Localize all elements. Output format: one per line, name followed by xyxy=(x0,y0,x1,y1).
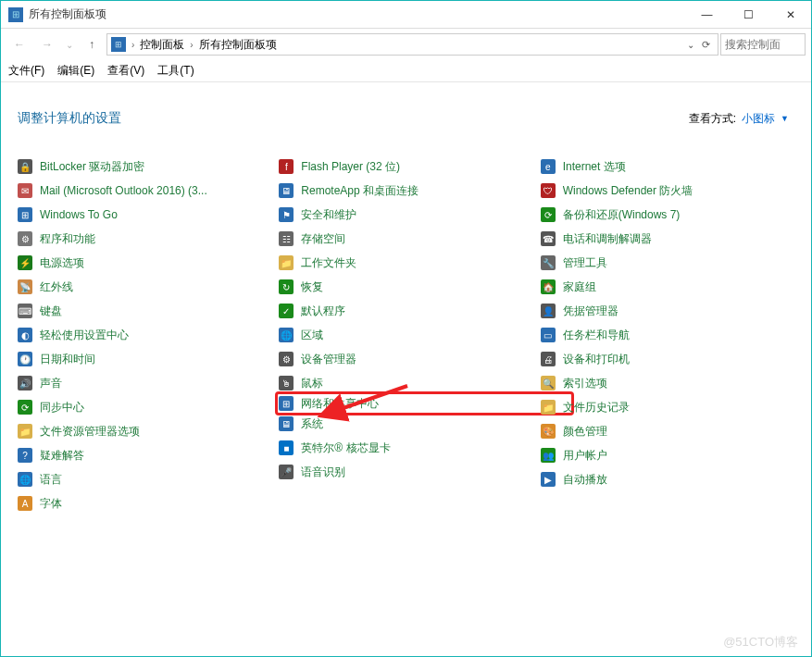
item-label[interactable]: 键盘 xyxy=(40,304,62,319)
item-label[interactable]: 索引选项 xyxy=(563,376,607,391)
item-datetime[interactable]: 🕐日期和时间 xyxy=(18,347,271,371)
item-label[interactable]: 声音 xyxy=(40,376,62,391)
back-button[interactable]: ← xyxy=(6,31,32,57)
item-label[interactable]: 文件历史记录 xyxy=(563,400,630,415)
refresh-button[interactable]: ⟳ xyxy=(702,39,710,51)
item-label[interactable]: 存储空间 xyxy=(301,231,345,247)
item-label[interactable]: 疑难解答 xyxy=(40,448,84,464)
item-label[interactable]: 红外线 xyxy=(40,279,73,295)
item-internet-options[interactable]: eInternet 选项 xyxy=(541,155,794,179)
item-label[interactable]: Flash Player (32 位) xyxy=(301,159,400,175)
item-region[interactable]: 🌐区域 xyxy=(279,323,532,347)
item-storage[interactable]: ☷存储空间 xyxy=(279,227,532,251)
item-label[interactable]: 电源选项 xyxy=(40,255,84,271)
item-taskbar[interactable]: ▭任务栏和导航 xyxy=(541,323,794,347)
menu-tools[interactable]: 工具(T) xyxy=(157,63,194,79)
item-remoteapp[interactable]: 🖥RemoteApp 和桌面连接 xyxy=(279,179,532,203)
item-infrared[interactable]: 📡红外线 xyxy=(18,275,271,299)
item-label[interactable]: 任务栏和导航 xyxy=(563,328,630,343)
item-label[interactable]: BitLocker 驱动器加密 xyxy=(40,159,144,175)
item-power[interactable]: ⚡电源选项 xyxy=(18,251,271,275)
item-label[interactable]: 管理工具 xyxy=(563,255,607,271)
item-label[interactable]: 电话和调制解调器 xyxy=(563,231,652,247)
item-label[interactable]: Windows Defender 防火墙 xyxy=(563,183,693,199)
item-file-history[interactable]: 📁文件历史记录 xyxy=(541,395,794,419)
item-workfolders[interactable]: 📁工作文件夹 xyxy=(279,251,532,275)
item-credential-manager[interactable]: 👤凭据管理器 xyxy=(541,299,794,323)
item-recovery[interactable]: ↻恢复 xyxy=(279,275,532,299)
breadcrumb-dropdown[interactable]: ⌄ xyxy=(687,40,694,50)
item-label[interactable]: 自动播放 xyxy=(563,472,607,488)
item-label[interactable]: 语音识别 xyxy=(301,465,345,480)
item-backup-win7[interactable]: ⟳备份和还原(Windows 7) xyxy=(541,203,794,227)
item-language[interactable]: 🌐语言 xyxy=(18,467,271,491)
forward-button[interactable]: → xyxy=(34,31,60,57)
item-label[interactable]: 安全和维护 xyxy=(301,207,356,223)
item-bitlocker[interactable]: 🔒BitLocker 驱动器加密 xyxy=(18,155,271,179)
item-intel-graphics[interactable]: ■英特尔® 核芯显卡 xyxy=(279,436,532,460)
up-button[interactable]: ↑ xyxy=(79,31,105,57)
item-autoplay[interactable]: ▶自动播放 xyxy=(541,467,794,491)
item-label[interactable]: 日期和时间 xyxy=(40,352,95,367)
item-label[interactable]: 系统 xyxy=(301,416,323,432)
item-label[interactable]: 轻松使用设置中心 xyxy=(40,328,129,343)
chevron-down-icon[interactable]: ▼ xyxy=(781,114,789,123)
item-mail[interactable]: ✉Mail (Microsoft Outlook 2016) (3... xyxy=(18,179,271,203)
item-speech[interactable]: 🎤语音识别 xyxy=(279,460,532,484)
item-devices-printers[interactable]: 🖨设备和打印机 xyxy=(541,347,794,371)
item-label[interactable]: 文件资源管理器选项 xyxy=(40,424,140,440)
search-input[interactable] xyxy=(725,38,781,51)
item-phone-modem[interactable]: ☎电话和调制解调器 xyxy=(541,227,794,251)
item-label[interactable]: 工作文件夹 xyxy=(301,255,356,271)
item-label[interactable]: 凭据管理器 xyxy=(563,304,618,319)
item-label[interactable]: 备份和还原(Windows 7) xyxy=(563,207,681,223)
search-box[interactable] xyxy=(720,33,806,56)
item-label[interactable]: 鼠标 xyxy=(301,376,323,391)
menu-edit[interactable]: 编辑(E) xyxy=(57,63,94,79)
item-color-management[interactable]: 🎨颜色管理 xyxy=(541,419,794,443)
close-button[interactable]: ✕ xyxy=(769,1,811,28)
item-defender-firewall[interactable]: 🛡Windows Defender 防火墙 xyxy=(541,179,794,203)
item-label[interactable]: 程序和功能 xyxy=(40,231,95,247)
item-label[interactable]: 默认程序 xyxy=(301,304,345,319)
item-label[interactable]: 恢复 xyxy=(301,279,323,295)
item-default-programs[interactable]: ✓默认程序 xyxy=(279,299,532,323)
minimize-button[interactable]: — xyxy=(686,1,728,28)
item-label[interactable]: Internet 选项 xyxy=(563,159,626,175)
item-label[interactable]: 设备和打印机 xyxy=(563,352,630,367)
item-label[interactable]: 家庭组 xyxy=(563,279,596,295)
item-ease-of-access[interactable]: ◐轻松使用设置中心 xyxy=(18,323,271,347)
item-user-accounts[interactable]: 👥用户帐户 xyxy=(541,443,794,467)
item-label[interactable]: RemoteApp 和桌面连接 xyxy=(301,183,418,199)
item-windows-to-go[interactable]: ⊞Windows To Go xyxy=(18,203,271,227)
item-admin-tools[interactable]: 🔧管理工具 xyxy=(541,251,794,275)
menu-file[interactable]: 文件(F) xyxy=(8,63,44,79)
item-label[interactable]: 英特尔® 核芯显卡 xyxy=(301,440,390,456)
view-by-value[interactable]: 小图标 xyxy=(742,111,775,127)
item-label[interactable]: Mail (Microsoft Outlook 2016) (3... xyxy=(40,184,207,197)
item-label[interactable]: 设备管理器 xyxy=(301,352,356,367)
item-sound[interactable]: 🔊声音 xyxy=(18,371,271,395)
item-sync[interactable]: ⟳同步中心 xyxy=(18,395,271,419)
item-programs[interactable]: ⚙程序和功能 xyxy=(18,227,271,251)
item-keyboard[interactable]: ⌨键盘 xyxy=(18,299,271,323)
item-label[interactable]: 语言 xyxy=(40,472,62,488)
history-dropdown[interactable]: ⌄ xyxy=(62,31,77,57)
chevron-right-icon[interactable]: › xyxy=(130,40,136,50)
item-device-manager[interactable]: ⚙设备管理器 xyxy=(279,347,532,371)
breadcrumb-seg-2[interactable]: 所有控制面板项 xyxy=(199,37,277,53)
item-flash[interactable]: fFlash Player (32 位) xyxy=(279,155,532,179)
breadcrumb[interactable]: ⊞ › 控制面板 › 所有控制面板项 ⌄ ⟳ xyxy=(106,33,718,56)
item-explorer-options[interactable]: 📁文件资源管理器选项 xyxy=(18,419,271,443)
item-label[interactable]: 字体 xyxy=(40,496,62,512)
maximize-button[interactable]: ☐ xyxy=(728,1,769,28)
item-label[interactable]: 同步中心 xyxy=(40,400,84,415)
item-label[interactable]: Windows To Go xyxy=(40,208,118,221)
chevron-right-icon[interactable]: › xyxy=(188,40,194,50)
item-label[interactable]: 用户帐户 xyxy=(563,448,607,464)
item-label[interactable]: 区域 xyxy=(301,328,323,343)
item-troubleshoot[interactable]: ?疑难解答 xyxy=(18,443,271,467)
item-indexing[interactable]: 🔍索引选项 xyxy=(541,371,794,395)
menu-view[interactable]: 查看(V) xyxy=(107,63,144,79)
item-fonts[interactable]: A字体 xyxy=(18,491,271,515)
